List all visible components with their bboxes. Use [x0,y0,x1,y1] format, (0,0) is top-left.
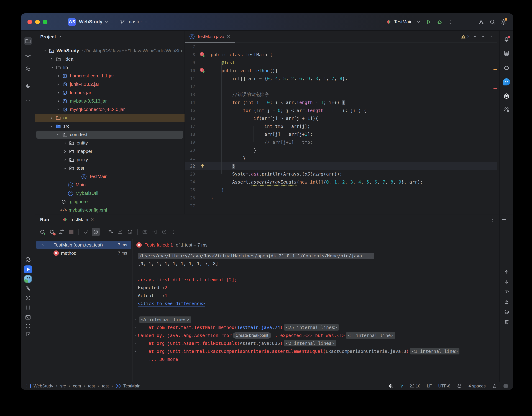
search-everywhere-button[interactable] [488,18,497,26]
snapshot-icon[interactable] [141,228,149,236]
tree-item--idea[interactable]: .idea [35,55,185,63]
show-ignored-icon[interactable] [92,228,100,236]
export-test-results-icon[interactable] [151,228,159,236]
code-line-26[interactable]: 26} [185,194,497,202]
run-panel-options-icon[interactable] [490,217,496,223]
chevron-down-icon[interactable] [42,49,48,53]
print-icon[interactable] [503,308,511,316]
debug-button[interactable] [435,18,444,26]
code-line-12[interactable]: 12 [185,83,497,91]
next-problem-icon[interactable] [481,34,485,39]
rerun-failed-tests-icon[interactable]: ! [48,228,56,236]
close-tab-icon[interactable]: ✕ [227,34,230,39]
run-failed-test-icon[interactable]: ! [200,68,205,73]
breadcrumb-item[interactable]: TestMain [123,384,141,388]
build-tool-icon[interactable] [24,284,32,292]
scroll-to-end-icon[interactable] [503,298,511,306]
tree-item-testmain[interactable]: CTestMain [35,172,185,181]
run-console[interactable]: ✕ Tests failed: 1 of 1 test – 7 ms /User… [133,239,513,382]
console-link[interactable]: TestMain.java:24 [237,325,280,330]
code-line-20[interactable]: 20 } [185,146,497,154]
chevron-right-icon[interactable] [55,107,61,112]
code-line-14[interactable]: 14 for (int i = 0; i < arr.length - 1; i… [185,98,497,106]
settings-button[interactable] [499,18,508,26]
bookmarks-tool-icon[interactable] [24,304,32,311]
tree-item-src[interactable]: src [35,122,185,130]
tree-item-main[interactable]: CMain [35,181,185,189]
chevron-down-icon[interactable] [62,166,68,170]
problems-tool-icon[interactable] [24,322,32,330]
chevron-down-icon[interactable] [40,243,46,247]
line-separator[interactable]: LF [427,384,432,388]
services-tool-icon[interactable] [24,256,32,264]
terminal-tool-icon[interactable] [24,313,32,321]
v-plugin-icon[interactable]: V [400,383,403,389]
chevron-down-icon[interactable] [49,124,55,128]
tree-item-hamcrest-core-1-1-jar[interactable]: hamcrest-core-1.1.jar [35,72,185,80]
chevron-right-icon[interactable] [55,74,61,78]
toggle-auto-test-icon[interactable] [57,228,66,236]
tree-item-entity[interactable]: entity [35,139,185,147]
tree-item-webstudy[interactable]: WebStudy~/Desktop/CS/JavaEE/1 JavaWeb/Co… [35,47,185,55]
code-line-13[interactable]: 13 //错误的冒泡排序 [185,91,497,99]
project-widget[interactable]: WebStudy [79,19,103,25]
copilot-icon[interactable] [457,383,462,389]
chevron-down-icon[interactable] [55,133,61,137]
database-tool-icon[interactable] [503,49,510,57]
code-line-25[interactable]: 25 } [185,186,497,194]
editor-tab[interactable]: C TestMain.java ✕ [185,31,235,42]
code-line-15[interactable]: 15 for (int j = 0; j < arr.length - 1 - … [185,106,497,115]
sort-by-duration-icon[interactable] [107,228,115,236]
expand-collapse-icon[interactable] [116,228,124,236]
chevron-right-icon[interactable] [49,116,55,120]
chevron-right-icon[interactable] [55,91,61,95]
breadcrumb-item[interactable]: com [73,384,81,388]
collaboration-icon[interactable] [503,106,510,114]
expand-chevron-icon[interactable] [133,341,138,345]
test-node-method[interactable]: ✕method7 ms [35,249,133,257]
run-button[interactable] [424,18,433,26]
coverage-icon[interactable] [160,228,168,236]
previous-problem-icon[interactable] [473,34,477,39]
ai-chat-icon[interactable] [503,78,510,86]
console-link[interactable]: ExactComparisonCriteria.java:8 [326,349,406,354]
code-area[interactable]: 78!public class TestMain {9 @Test10! pub… [185,43,497,214]
show-passed-icon[interactable] [82,228,90,236]
console-link[interactable]: Assert.java:835 [240,341,280,346]
unlock-icon[interactable] [492,384,497,388]
code-line-23[interactable]: 23 System.out.println(Arrays.toString(ar… [185,170,497,178]
code-line-27[interactable]: 27 [185,202,497,210]
code-line-21[interactable]: 21 } [185,154,497,162]
expand-chevron-icon[interactable] [133,349,138,353]
code-with-me-button[interactable] [477,18,486,26]
breadcrumb-item[interactable]: test [102,384,109,388]
chevron-right-icon[interactable] [62,141,68,145]
copilot-icon[interactable] [503,64,510,72]
test-node-testmain[interactable]: ✕TestMain (com.test.test)7 ms [35,241,133,249]
git-tool-icon[interactable] [24,330,32,338]
tree-item-mybatisutil[interactable]: CMybatisUtil [35,189,185,197]
chevron-right-icon[interactable] [55,82,61,87]
tree-item-junit-4-13-2-jar[interactable]: junit-4.13.2.jar [35,80,185,88]
chevron-down-icon[interactable] [49,66,55,70]
expand-chevron-icon[interactable] [133,333,138,337]
profiler-tool-icon[interactable] [24,294,32,302]
run-configuration-widget[interactable]: TestMain [386,19,421,25]
code-line-11[interactable]: 11 int[] arr = {0, 4, 5, 2, 6, 9, 3, 1, … [185,75,497,83]
tree-item-lombok-jar[interactable]: lombok.jar [35,88,185,97]
openai-status-icon[interactable] [389,383,394,389]
expand-chevron-icon[interactable] [133,318,138,321]
code-line-9[interactable]: 9 @Test [185,59,497,67]
openai-icon[interactable] [503,92,510,100]
code-line-10[interactable]: 10! public void method(){ [185,67,497,75]
more-tool-windows-icon[interactable] [24,96,32,104]
caret-position[interactable]: 22:10 [410,384,420,388]
tree-item-com-test[interactable]: com.test [35,130,185,139]
stop-icon[interactable] [67,228,75,236]
rerun-icon[interactable] [38,228,46,236]
run-failed-test-icon[interactable]: ! [200,52,205,58]
close-window-button[interactable] [28,20,32,24]
tree-item-mysql-connector-j-8-2-0-jar[interactable]: mysql-connector-j-8.2.0.jar [35,105,185,114]
create-breakpoint-button[interactable]: Create breakpoint [233,332,271,339]
code-line-7[interactable]: 7 [185,43,497,51]
